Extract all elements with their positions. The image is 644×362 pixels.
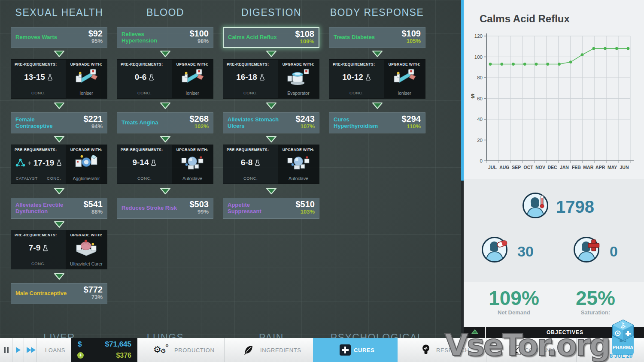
down-arrow-icon — [223, 133, 319, 145]
cure-price: $772 — [84, 285, 103, 294]
leaf-icon — [243, 344, 254, 357]
demand-stats-section: 1798 30 — [464, 179, 644, 282]
cure-price: $109 — [402, 29, 421, 38]
machine-icon — [66, 238, 107, 256]
cure-price: $503 — [190, 199, 209, 209]
cure-card[interactable]: Treats Diabetes $109 105% — [329, 27, 425, 48]
cures-cross-icon — [340, 344, 351, 356]
upgrade-label: UPGRADE WITH: — [68, 148, 104, 152]
cure-card[interactable]: Reduces Stroke Risk $503 99% — [117, 198, 213, 219]
cure-demand-percent: 110% — [402, 124, 421, 130]
prereq-footers: CONC. — [223, 176, 278, 181]
prereq-label: PRE-REQUIREMENTS: — [121, 148, 168, 152]
svg-text:120: 120 — [474, 33, 483, 39]
cure-detail-panel: Calms Acid Reflux 020406080100120JULAUGS… — [464, 0, 644, 362]
cure-demand-percent: 105% — [402, 38, 421, 44]
patients-cured-icon — [573, 236, 604, 266]
saturation-label: Saturation: — [553, 309, 638, 316]
machine-icon — [172, 153, 213, 171]
prereq-label: PRE-REQUIREMENTS: — [227, 148, 274, 152]
cure-card[interactable]: Calms Acid Reflux $108 109% — [223, 27, 319, 48]
prereq-footers: CATALYSTCONC. — [11, 176, 66, 181]
svg-text:MAY: MAY — [608, 165, 617, 170]
patients-treated-icon — [481, 236, 512, 266]
svg-text:JUN: JUN — [620, 165, 629, 170]
cure-card[interactable]: Male Contraceptive $772 73% — [11, 283, 107, 304]
cure-price: $294 — [402, 114, 421, 124]
cure-name: Treats Angina — [122, 120, 178, 126]
svg-text:20: 20 — [477, 138, 483, 143]
cure-name: Calms Acid Reflux — [228, 34, 285, 41]
money-panel: $ $71,645 + $376 — [71, 338, 137, 362]
svg-text:DEC: DEC — [547, 165, 557, 170]
upgrade-label: UPGRADE WITH: — [386, 62, 422, 66]
cure-card[interactable]: Relieves Hypertension $100 98% — [117, 27, 213, 48]
cure-price: $243 — [296, 114, 315, 124]
concentration-range: 16-18 — [223, 72, 278, 82]
svg-text:JAN: JAN — [560, 165, 569, 170]
panel-accent-bar — [461, 0, 464, 181]
down-arrow-icon — [117, 133, 213, 145]
cure-column: Relieves Hypertension $100 98% PRE-REQUI… — [117, 27, 213, 219]
loans-button[interactable]: LOANS — [45, 347, 65, 353]
machine-icon — [172, 68, 213, 86]
net-demand-value: 109% — [471, 288, 557, 308]
down-arrow-icon — [223, 99, 319, 112]
price-chart-section: Calms Acid Reflux 020406080100120JULAUGS… — [464, 0, 644, 179]
cure-demand-percent: 107% — [296, 124, 315, 130]
prereq-label: PRE-REQUIREMENTS: — [227, 62, 274, 66]
down-arrow-icon — [11, 133, 107, 145]
cure-card[interactable]: Treats Angina $268 102% — [117, 112, 213, 133]
category-title: BODY RESPONSE — [330, 7, 424, 18]
upgrade-label: UPGRADE WITH: — [68, 233, 104, 237]
cure-card[interactable]: Female Contraceptive $221 94% — [11, 112, 107, 133]
prerequirements-panel: PRE-REQUIREMENTS: 0-6 CONC. UPGRADE WITH… — [117, 59, 213, 99]
down-arrow-icon — [117, 184, 213, 198]
machine-name: Ioniser — [66, 90, 107, 96]
play-button[interactable] — [16, 347, 21, 353]
cure-demand-percent: 95% — [88, 38, 103, 44]
cure-card[interactable]: Alleviates Stomach Ulcers $243 107% — [223, 112, 319, 133]
income-plus-icon: + — [77, 352, 84, 359]
prerequirements-panel: PRE-REQUIREMENTS: 13-15 CONC. UPGRADE WI… — [11, 59, 107, 99]
prerequirements-panel: PRE-REQUIREMENTS: 9-14 CONC. UPGRADE WIT… — [117, 145, 213, 184]
prereq-footers: CONC. — [117, 176, 172, 181]
concentration-range: 10-12 — [329, 72, 384, 82]
svg-text:100: 100 — [474, 54, 483, 60]
prereq-label: PRE-REQUIREMENTS: — [15, 233, 62, 237]
lightbulb-icon — [422, 344, 430, 358]
cure-card[interactable]: Cures Hyperthyroidism $294 110% — [329, 112, 425, 133]
cure-card[interactable]: Appetite Suppressant $510 103% — [223, 198, 319, 219]
down-arrow-icon — [223, 184, 319, 198]
cube-logo-icon — [611, 319, 635, 341]
cure-price: $100 — [190, 29, 209, 38]
svg-text:40: 40 — [477, 117, 483, 122]
cure-card[interactable]: Alleviates Erectile Dysfunction $541 88% — [11, 198, 107, 219]
svg-text:60: 60 — [477, 96, 483, 101]
site-watermark: VseTor.org — [445, 328, 610, 362]
cure-demand-percent: 103% — [296, 209, 315, 215]
concentration-range: 9-14 — [117, 158, 172, 167]
cure-price: $268 — [190, 114, 209, 124]
machine-icon — [278, 68, 319, 86]
cure-card[interactable]: Removes Warts $92 95% — [11, 27, 107, 48]
cure-demand-percent: 98% — [190, 38, 209, 44]
machine-name: Agglomerator — [66, 176, 107, 181]
down-arrow-icon — [117, 99, 213, 112]
prereq-footers: CONC. — [11, 261, 66, 266]
machine-name: Evaporator — [278, 90, 319, 96]
treated-count: 30 — [517, 243, 534, 260]
cures-tab-active[interactable]: CURES — [313, 338, 398, 362]
prerequirements-panel: PRE-REQUIREMENTS: 10-12 CONC. UPGRADE WI… — [329, 59, 425, 99]
machine-icon — [66, 153, 107, 171]
cure-price: $541 — [84, 199, 103, 209]
cures-board: SEXUAL HEALTHBLOODDIGESTIONBODY RESPONSE… — [0, 0, 464, 362]
prereq-label: PRE-REQUIREMENTS: — [121, 62, 168, 66]
cure-name: Reduces Stroke Risk — [122, 205, 178, 211]
machine-icon — [278, 153, 319, 171]
cash-icon: $ — [78, 340, 82, 349]
prerequirements-panel: PRE-REQUIREMENTS: 6-8 CONC. UPGRADE WITH… — [223, 145, 319, 184]
cure-column: Treats Diabetes $109 105% PRE-REQUIREMEN… — [329, 27, 425, 133]
big-pharma-logo: BIG PHARMA — [611, 319, 635, 358]
cure-column: Calms Acid Reflux $108 109% PRE-REQUIREM… — [223, 27, 319, 219]
